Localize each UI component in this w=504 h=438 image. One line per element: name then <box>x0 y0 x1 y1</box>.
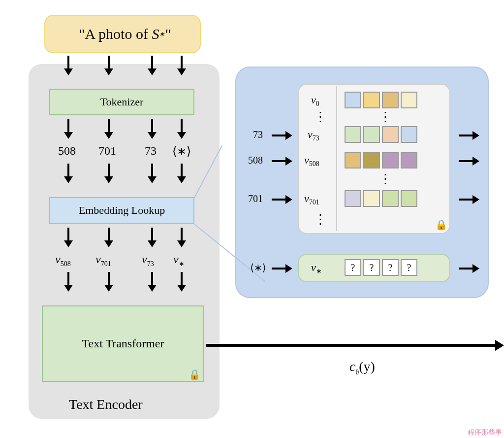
vec-cells <box>345 152 417 168</box>
table-input: 73 <box>253 129 263 140</box>
arrow-down-icon <box>64 56 73 83</box>
arrow-down-icon <box>64 272 73 299</box>
embedding-vec: v73 <box>142 253 154 268</box>
token-id: 701 <box>98 144 116 158</box>
token-id: 73 <box>145 144 157 158</box>
arrow-down-icon <box>148 228 157 247</box>
vdots-icon: ⋮ <box>379 109 392 125</box>
arrow-down-icon <box>64 228 73 247</box>
arrow-down-icon <box>64 164 73 191</box>
arrow-down-icon <box>148 272 157 299</box>
arrow-down-icon <box>177 56 186 83</box>
watermark: 程序那些事 <box>468 428 502 437</box>
vdots-icon: ⋮ <box>379 171 392 187</box>
arrow-right-icon <box>272 264 292 273</box>
embedding-vec: v508 <box>55 253 71 268</box>
table-input: 701 <box>248 193 263 204</box>
lock-icon: 🔒 <box>189 369 201 380</box>
arrow-down-icon <box>104 56 113 83</box>
arrow-right-icon <box>272 195 292 204</box>
vec-cells-learnable: ? ? ? ? <box>345 259 417 276</box>
vdots-icon: ⋮ <box>314 109 327 125</box>
arrow-down-icon <box>148 164 157 191</box>
tokenizer-block: Tokenizer <box>49 89 194 115</box>
arrow-right-icon <box>459 195 479 204</box>
arrow-down-icon <box>148 119 157 139</box>
vec-cells <box>345 92 417 108</box>
arrow-right-icon <box>272 131 292 140</box>
arrow-down-icon <box>64 119 73 139</box>
prompt-box: "A photo of S∗" <box>44 15 201 53</box>
arrow-down-icon <box>177 119 186 139</box>
output-label: cθ(y) <box>349 359 375 376</box>
arrow-right-icon <box>459 157 479 166</box>
arrow-down-icon <box>177 164 186 191</box>
arrow-right-icon <box>459 131 479 140</box>
table-input: ⟨∗⟩ <box>250 262 266 273</box>
embedding-lookup-block: Embedding Lookup <box>49 197 194 224</box>
vec-cells <box>345 126 417 143</box>
lock-icon: 🔒 <box>435 219 447 231</box>
vec-row-label: v0 <box>311 94 319 108</box>
arrow-down-icon <box>104 119 113 139</box>
vdots-icon: ⋮ <box>314 212 327 227</box>
vec-cells <box>345 190 417 207</box>
arrow-down-icon <box>104 164 113 191</box>
arrow-down-icon <box>177 228 186 247</box>
token-id: 508 <box>58 144 76 158</box>
vec-row-label: v73 <box>308 128 319 142</box>
embedding-vec: v701 <box>95 253 111 268</box>
transformer-label: Text Transformer <box>82 337 164 350</box>
tokenizer-label: Tokenizer <box>100 96 144 108</box>
vec-row-label: v701 <box>304 192 319 206</box>
arrow-right-icon <box>272 157 292 166</box>
arrow-right-icon <box>459 264 479 273</box>
embedding-vec: v∗ <box>173 253 185 268</box>
arrow-down-icon <box>148 56 157 83</box>
arrow-down-icon <box>177 272 186 299</box>
embedding-label: Embedding Lookup <box>79 204 165 217</box>
vec-row-label: v∗ <box>311 261 322 275</box>
text-transformer-block: Text Transformer <box>42 305 204 382</box>
vec-row-label: v508 <box>304 154 319 168</box>
table-input: 508 <box>248 155 263 166</box>
table-divider <box>336 86 337 231</box>
token-id: ⟨∗⟩ <box>172 144 191 158</box>
arrow-down-icon <box>104 228 113 247</box>
arrow-down-icon <box>104 272 113 299</box>
arrow-right-icon <box>206 341 504 350</box>
text-encoder-label: Text Encoder <box>69 397 143 412</box>
